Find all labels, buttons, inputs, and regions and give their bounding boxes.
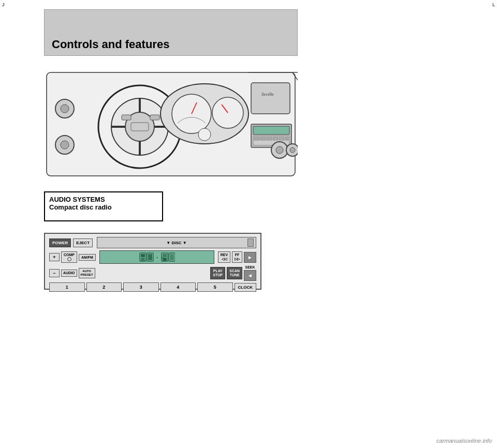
svg-rect-8 [122,115,131,120]
clock-button[interactable]: CLOCK [235,283,256,292]
svg-rect-9 [150,115,159,120]
svg-rect-45 [163,254,167,257]
radio-mid-row: + COMP ◯ AM/FM ·· [49,250,256,264]
play-label: PLAY [213,269,223,273]
svg-rect-48 [170,254,174,260]
svg-rect-25 [273,137,278,140]
seek-label: SEEK [244,265,256,269]
svg-rect-23 [260,137,266,140]
comp-label-line2: ◯ [64,257,75,261]
svg-rect-10 [131,123,149,131]
vol-plus-button[interactable]: + [49,253,60,261]
ff-button[interactable]: FF ▷▷ [232,251,242,263]
svg-rect-26 [279,137,284,140]
dashboard-svg: Seville [44,67,298,181]
preset-label: PRESET [81,273,93,277]
svg-point-16 [198,128,211,141]
display-svg: ·· [139,251,175,263]
preset-3-button[interactable]: 3 [123,282,159,292]
radio-preset-row: 1 2 3 4 5 CLOCK [49,282,256,292]
power-button[interactable]: POWER [49,238,71,247]
stop-label: STOP [213,273,223,277]
ff-label: FF [235,253,240,257]
watermark: carmanualsонline.info [436,438,492,444]
amfm-button[interactable]: AM/FM [79,254,96,261]
page-title: Controls and features [52,38,169,51]
play-stop-button[interactable]: PLAY STOP [210,267,225,280]
play-arrow-button[interactable]: ► [244,252,256,263]
svg-rect-39 [141,254,145,257]
audio-label: AUDIO [63,271,75,275]
disc-slot-inner [247,238,254,247]
eject-button[interactable]: EJECT [73,238,93,247]
svg-rect-22 [254,137,259,140]
preset-4-button[interactable]: 4 [160,282,196,292]
preset-1-button[interactable]: 1 [49,282,85,292]
corner-mark-tl: J [2,2,5,7]
tune-label: TUNE [229,273,240,277]
auto-preset-button[interactable]: AUTO PRESET [79,268,95,278]
comp-button[interactable]: COMP ◯ [61,251,77,263]
svg-rect-20 [253,126,289,135]
rev-button[interactable]: REV ◁◁ [218,251,230,263]
radio-display: ·· [99,250,214,264]
watermark-text: carmanualsонline.info [436,438,492,444]
preset-5-button[interactable]: 5 [197,282,233,292]
svg-rect-24 [267,137,272,140]
corner-mark-tr: L [492,2,495,7]
svg-rect-42 [148,254,152,260]
cd-radio-unit: POWER EJECT ▼ DISC ▼ + COMP ◯ AM/FM [44,233,261,290]
scan-label: SCAN [229,269,240,273]
svg-text:Seville: Seville [261,92,274,97]
dashboard-illustration: Seville [44,67,298,181]
svg-rect-17 [251,83,290,114]
audio-label-box: AUDIO SYSTEMS Compact disc radio [44,191,163,221]
svg-rect-40 [141,258,145,261]
comp-label-line1: COMP [64,253,75,257]
scan-tune-button[interactable]: SCAN TUNE [227,267,242,280]
audio-button[interactable]: AUDIO [61,270,77,277]
auto-label: AUTO [81,270,93,273]
svg-rect-27 [285,137,288,140]
radio-top-row: POWER EJECT ▼ DISC ▼ [49,237,256,248]
svg-point-31 [61,141,69,149]
disc-slot: ▼ DISC ▼ [97,237,256,248]
audio-systems-label: AUDIO SYSTEMS [49,196,158,203]
compact-disc-radio-label: Compact disc radio [49,203,158,211]
vol-minus-button[interactable]: − [49,269,60,277]
radio-lower-row: − AUDIO AUTO PRESET PLAY STOP SCAN TUNE … [49,265,256,281]
svg-point-29 [61,104,69,113]
svg-point-33 [276,146,283,154]
page: J L Controls and features [0,0,497,448]
seek-button[interactable]: ◄ [244,270,256,281]
svg-point-35 [290,147,295,153]
disc-slot-label: ▼ DISC ▼ [166,241,186,245]
preset-2-button[interactable]: 2 [86,282,122,292]
svg-rect-46 [163,258,167,261]
rev-label: REV [221,253,228,257]
header-banner: Controls and features [44,9,298,56]
